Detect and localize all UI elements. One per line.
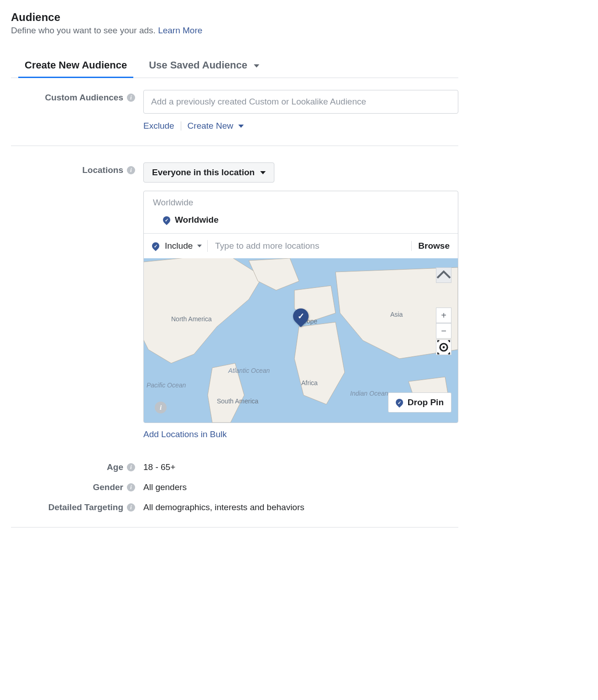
info-icon[interactable]: i: [127, 483, 135, 491]
info-icon[interactable]: i: [127, 94, 135, 102]
location-group: Worldwide: [144, 191, 458, 210]
locations-label: Locations: [82, 165, 123, 175]
location-box: Worldwide Worldwide Include Browse: [143, 191, 458, 423]
divider: [207, 240, 208, 252]
detailed-targeting-label: Detailed Targeting: [48, 502, 123, 512]
age-label: Age: [107, 462, 123, 472]
section-divider: [11, 146, 458, 146]
divider: [181, 121, 181, 131]
audience-tabs: Create New Audience Use Saved Audience: [11, 54, 458, 78]
browse-link[interactable]: Browse: [411, 241, 450, 251]
section-divider: [11, 527, 458, 528]
location-item-label: Worldwide: [175, 215, 219, 225]
custom-audiences-label: Custom Audiences: [45, 93, 123, 103]
caret-down-icon: [260, 171, 266, 174]
info-icon[interactable]: i: [127, 463, 135, 471]
caret-down-icon: [197, 245, 202, 247]
subtitle-text: Define who you want to see your ads.: [11, 26, 156, 35]
learn-more-link[interactable]: Learn More: [158, 26, 202, 35]
row-gender: Gender i All genders: [11, 476, 458, 496]
include-label: Include: [165, 241, 193, 251]
row-age: Age i 18 - 65+: [11, 456, 458, 476]
location-scope-value: Everyone in this location: [152, 167, 255, 178]
page-title: Audience: [11, 11, 458, 24]
tab-saved-label: Use Saved Audience: [149, 59, 247, 71]
drop-pin-button[interactable]: Drop Pin: [388, 392, 451, 413]
location-search-input[interactable]: [213, 238, 406, 254]
age-value[interactable]: 18 - 65+: [143, 460, 458, 472]
world-map[interactable]: North America Europe Asia Africa South A…: [144, 258, 458, 423]
location-input-bar: Include Browse: [144, 233, 458, 258]
detailed-targeting-value[interactable]: All demographics, interests and behavior…: [143, 500, 458, 512]
add-locations-bulk-link[interactable]: Add Locations in Bulk: [143, 429, 227, 439]
info-icon[interactable]: i: [127, 503, 135, 512]
svg-point-1: [443, 346, 445, 349]
include-dropdown[interactable]: Include: [165, 241, 202, 251]
pin-check-icon: [151, 241, 161, 251]
map-collapse-button[interactable]: [436, 267, 451, 283]
tab-use-saved-audience[interactable]: Use Saved Audience: [149, 54, 259, 78]
zoom-out-button[interactable]: −: [436, 323, 451, 339]
row-locations: Locations i Everyone in this location Wo…: [11, 159, 458, 443]
map-info-icon[interactable]: i: [155, 402, 167, 413]
caret-down-icon: [238, 125, 244, 128]
custom-audiences-input[interactable]: [143, 90, 458, 114]
create-new-link[interactable]: Create New: [188, 121, 244, 131]
gender-value[interactable]: All genders: [143, 480, 458, 492]
pin-icon: [394, 397, 405, 408]
drop-pin-label: Drop Pin: [408, 397, 444, 407]
locate-button[interactable]: [436, 340, 451, 355]
exclude-link[interactable]: Exclude: [143, 121, 174, 131]
caret-down-icon: [254, 64, 259, 68]
info-icon[interactable]: i: [127, 166, 135, 174]
tab-create-new-audience[interactable]: Create New Audience: [25, 54, 127, 78]
create-new-label: Create New: [188, 121, 233, 131]
page-subtitle: Define who you want to see your ads. Lea…: [11, 26, 458, 36]
pin-check-icon: [162, 215, 172, 225]
zoom-in-button[interactable]: +: [436, 308, 451, 323]
gender-label: Gender: [93, 482, 123, 492]
location-scope-dropdown[interactable]: Everyone in this location: [143, 162, 274, 183]
row-custom-audiences: Custom Audiences i Exclude Create New: [11, 86, 458, 135]
location-item[interactable]: Worldwide: [144, 210, 458, 233]
row-detailed-targeting: Detailed Targeting i All demographics, i…: [11, 496, 458, 516]
